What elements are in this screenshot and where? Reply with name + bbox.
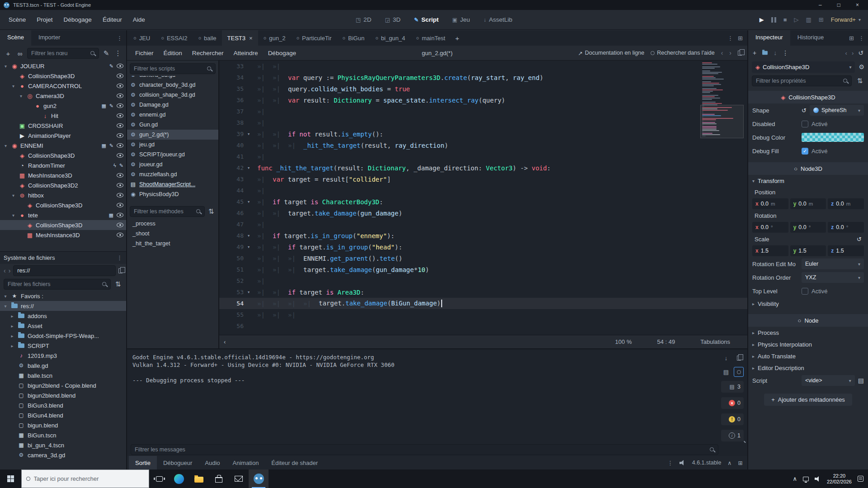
visibility-toggle-icon[interactable] (117, 133, 123, 138)
taskbar-app-mail[interactable] (229, 469, 249, 488)
volume-icon[interactable] (815, 476, 821, 482)
file-item[interactable]: ▢BiGun3.blend (0, 400, 126, 410)
script-item[interactable]: ⚙Gun.gd (127, 120, 218, 130)
taskbar-app-godot[interactable] (249, 469, 269, 488)
code-line[interactable]: 38»| (219, 117, 747, 128)
scene-tab-bigun[interactable]: ○BiGun (337, 30, 370, 46)
nav-back-icon[interactable]: ‹ (4, 267, 6, 274)
script-item[interactable]: ◉PhysicsBody3D (127, 189, 218, 199)
fold-arrow-icon[interactable]: ▾ (244, 233, 254, 239)
scene-tree-item[interactable]: ▾●tete▦ (0, 210, 126, 220)
taskbar-clock[interactable]: 22:20 22/02/2026 (827, 473, 852, 485)
workspace-3d[interactable]: ◲3D (381, 14, 404, 25)
visibility-toggle-icon[interactable] (117, 183, 123, 188)
code-line[interactable]: 55»|»|»| (219, 309, 747, 320)
search-help-link[interactable]: Rechercher dans l'aide (651, 50, 714, 56)
file-item[interactable]: ▦BiGun.tscn (0, 430, 126, 440)
fold-arrow-icon[interactable]: ▾ (244, 244, 254, 250)
code-line[interactable]: 33»|»| (219, 61, 747, 72)
code-line[interactable]: 46»|»|target.take_damage(gun_damage) (219, 207, 747, 219)
fold-arrow-icon[interactable]: ▾ (244, 199, 254, 205)
visibility-toggle-icon[interactable] (117, 113, 123, 118)
code-line[interactable]: 48▾»|if target.is_in_group("ennemy"): (219, 230, 747, 241)
play-button[interactable]: ▶ (760, 16, 764, 23)
network-icon[interactable] (803, 477, 809, 481)
close-tab-icon[interactable]: × (249, 35, 253, 42)
copy-output-button[interactable] (734, 353, 744, 363)
visibility-toggle-icon[interactable] (117, 203, 123, 207)
file-item[interactable]: ♪12019.mp3 (0, 351, 126, 361)
script-menu-atteindre[interactable]: Atteindre (229, 48, 263, 58)
menu-projet[interactable]: Projet (32, 14, 57, 25)
scene-tree-item[interactable]: ▾◎Camera3D (0, 91, 126, 101)
pause-button[interactable] (771, 17, 776, 23)
expand-arrow-icon[interactable]: ▾ (10, 213, 16, 218)
visibility-toggle-icon[interactable] (117, 94, 123, 98)
expand-arrow-icon[interactable]: ▾ (18, 94, 24, 99)
menu-diteur[interactable]: Éditeur (98, 14, 127, 25)
visibility-toggle-icon[interactable] (117, 103, 123, 108)
bottom-tab-animation[interactable]: Animation (226, 456, 265, 469)
code-line[interactable]: 49▾»|»|if target.is_in_group("head"): (219, 241, 747, 253)
position-z-field[interactable]: z0.0m (828, 198, 864, 209)
rotation-order-dropdown[interactable]: YXZ▾ (802, 272, 864, 283)
extra-resource-options-icon[interactable]: ⚙ (859, 63, 864, 70)
script-menu-rechercher[interactable]: Rechercher (188, 48, 228, 58)
script-item[interactable]: ⚙jeu.gd (127, 140, 218, 150)
stop-button[interactable]: ■ (783, 16, 787, 23)
section-auto-translate[interactable]: ▸Auto Translate (748, 350, 868, 362)
distraction-free-icon[interactable]: ⊞ (738, 35, 743, 42)
taskbar-search[interactable] (21, 469, 149, 488)
bottom-tab-audio[interactable]: Audio (198, 456, 226, 469)
add-metadata-button[interactable]: + Ajouter des métadonnées (764, 394, 852, 406)
movie-mode-button[interactable]: ⊞ (819, 16, 824, 23)
file-item[interactable]: ⚙balle.gd (0, 361, 126, 371)
minimize-button[interactable]: – (819, 2, 822, 8)
scene-tree-item[interactable]: ◈CollisionShape3D2 (0, 180, 126, 190)
taskbar-app-edge[interactable] (169, 469, 189, 488)
search-output-button[interactable] (734, 367, 744, 377)
new-resource-button[interactable]: + (753, 49, 756, 56)
expand-arrow-icon[interactable]: ▸ (9, 333, 15, 338)
minimap-viewport[interactable] (700, 105, 744, 138)
script-item[interactable]: ⚙camera_3d.gd (127, 76, 218, 80)
script-menu-d-bogage[interactable]: Débogage (264, 48, 301, 58)
renderer-dropdown[interactable]: Forward+ ▾ (831, 16, 861, 23)
scripts-filter-input[interactable] (130, 63, 216, 74)
scene-menu-icon[interactable]: ⋮ (113, 49, 123, 57)
code-line[interactable]: 52»| (219, 275, 747, 286)
script-item[interactable]: ⚙Damage.gd (127, 100, 218, 110)
scene-tab-bi-gun-4[interactable]: ○bi_gun_4 (370, 30, 410, 46)
file-item[interactable]: ▢BiGun4.blend (0, 410, 126, 420)
mute-toggle-icon[interactable] (679, 460, 686, 465)
visibility-toggle-icon[interactable] (117, 143, 123, 148)
rotation-y-field[interactable]: y0.0° (790, 222, 826, 233)
scene-tab-jeu[interactable]: ○JEU (128, 30, 156, 46)
revert-icon[interactable]: ↺ (857, 236, 862, 243)
code-line[interactable]: 36»|»|var result: Dictionary = space_sta… (219, 94, 747, 106)
methods-filter-input[interactable] (130, 206, 205, 217)
tab-historique[interactable]: Historique (790, 30, 831, 46)
scene-badge-icon[interactable]: ▦ (101, 143, 106, 149)
tab-scene[interactable]: Scène (0, 30, 31, 46)
scene-tree-item[interactable]: ▦MeshInstance3D (0, 230, 126, 240)
visibility-toggle-icon[interactable] (117, 173, 123, 178)
copy-path-icon[interactable] (118, 268, 123, 273)
bottom-tab-sortie[interactable]: Sortie (129, 456, 157, 469)
fold-arrow-icon[interactable]: ▾ (244, 165, 254, 171)
visibility-toggle-icon[interactable] (117, 84, 123, 88)
file-item[interactable]: ⚙camera_3d.gd (0, 450, 126, 460)
script-item[interactable]: ⚙joueur.gd (127, 160, 218, 169)
warnings-filter-button[interactable]: !0 (721, 413, 744, 425)
dock-menu-icon[interactable]: ⋮ (117, 35, 123, 42)
file-item[interactable]: ▸addons (0, 311, 126, 321)
file-item[interactable]: ▾★Favoris : (0, 291, 126, 301)
file-item[interactable]: ▸Godot-Simple-FPS-Weap... (0, 331, 126, 341)
pin-bottom-panel-icon[interactable]: ∧ (727, 460, 731, 466)
expand-arrow-icon[interactable]: ▾ (3, 143, 9, 148)
scene-tree-item[interactable]: ◈CollisionShape3D (0, 200, 126, 210)
scene-tree-item[interactable]: ●gun2▦✎ (0, 101, 126, 111)
indent-mode[interactable]: Tabulations (700, 338, 730, 345)
save-output-button[interactable]: ↓ (721, 353, 731, 363)
script-item[interactable]: ⚙SCRIPT/joueur.gd (127, 150, 218, 160)
